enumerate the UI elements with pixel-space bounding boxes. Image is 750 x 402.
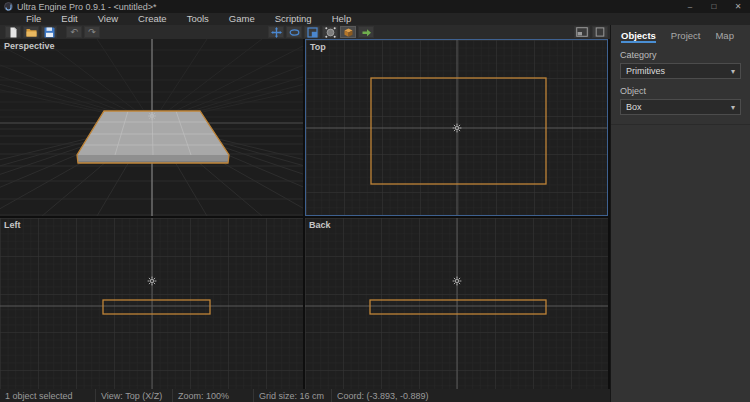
open-folder-icon — [26, 27, 37, 38]
save-icon — [44, 27, 55, 38]
category-label: Category — [620, 50, 741, 60]
chevron-down-icon: ▾ — [731, 67, 735, 76]
menu-tools[interactable]: Tools — [177, 13, 219, 25]
window-title: Ultra Engine Pro 0.9.1 - <untitled>* — [17, 2, 157, 12]
minimize-button[interactable]: – — [678, 0, 702, 13]
toolbar: ↶ ↷ — [0, 25, 610, 39]
viewport-back[interactable]: Back — [305, 218, 608, 389]
undo-button[interactable]: ↶ — [66, 26, 82, 38]
left-canvas[interactable] — [0, 218, 303, 389]
category-dropdown[interactable]: Primitives ▾ — [620, 63, 741, 79]
scale-tool-icon — [307, 27, 318, 38]
maximize-button[interactable]: □ — [702, 0, 726, 13]
open-button[interactable] — [23, 26, 39, 38]
redo-button[interactable]: ↷ — [84, 26, 100, 38]
status-grid-size: Grid size: 16 cm — [253, 389, 331, 402]
viewport-perspective[interactable]: Perspective — [0, 39, 303, 216]
create-box-button[interactable] — [340, 26, 356, 38]
viewport-left[interactable]: Left — [0, 218, 303, 389]
status-coord: Coord: (-3.893, -0.889) — [331, 389, 610, 402]
category-value: Primitives — [626, 66, 665, 76]
new-file-button[interactable] — [5, 26, 21, 38]
menu-file[interactable]: File — [16, 13, 51, 25]
menu-edit[interactable]: Edit — [51, 13, 87, 25]
object-value: Box — [626, 102, 642, 112]
tab-project[interactable]: Project — [671, 30, 701, 43]
viewport-back-label: Back — [309, 220, 331, 230]
split-viewport-icon — [576, 27, 588, 37]
title-bar: Ultra Engine Pro 0.9.1 - <untitled>* – □… — [0, 0, 750, 13]
menu-game[interactable]: Game — [219, 13, 265, 25]
top-canvas[interactable] — [306, 40, 607, 215]
panel-divider — [611, 124, 750, 125]
menu-create[interactable]: Create — [128, 13, 177, 25]
menu-help[interactable]: Help — [322, 13, 362, 25]
create-box-icon — [343, 27, 354, 38]
menu-bar: File Edit View Create Tools Game Scripti… — [0, 13, 750, 25]
single-viewport-button[interactable] — [592, 26, 608, 38]
chevron-down-icon: ▾ — [731, 103, 735, 112]
app-icon — [4, 2, 13, 11]
perspective-canvas[interactable] — [0, 39, 303, 216]
object-dropdown[interactable]: Box ▾ — [620, 99, 741, 115]
scale-tool-button[interactable] — [304, 26, 320, 38]
single-viewport-icon — [594, 27, 606, 37]
back-canvas[interactable] — [305, 218, 608, 389]
status-zoom: Zoom: 100% — [172, 389, 253, 402]
panel-tabs: Objects Project Map — [611, 25, 750, 43]
viewport-perspective-label: Perspective — [4, 41, 55, 51]
viewport-top-label: Top — [310, 42, 326, 52]
viewport-left-label: Left — [4, 220, 21, 230]
menu-scripting[interactable]: Scripting — [265, 13, 322, 25]
redo-icon: ↷ — [88, 28, 96, 37]
close-button[interactable]: ✕ — [726, 0, 750, 13]
sphere-select-icon — [325, 27, 336, 38]
status-selection: 1 object selected — [0, 389, 95, 402]
menu-view[interactable]: View — [88, 13, 128, 25]
move-tool-icon — [271, 27, 282, 38]
move-tool-button[interactable] — [268, 26, 284, 38]
run-game-button[interactable] — [358, 26, 374, 38]
save-button[interactable] — [41, 26, 57, 38]
rotate-tool-icon — [289, 27, 300, 38]
status-bar: 1 object selected View: Top (X/Z) Zoom: … — [0, 389, 610, 402]
status-view: View: Top (X/Z) — [95, 389, 172, 402]
viewport-top[interactable]: Top — [305, 39, 608, 216]
undo-icon: ↶ — [70, 28, 78, 37]
tab-objects[interactable]: Objects — [621, 30, 656, 43]
tab-map[interactable]: Map — [715, 30, 733, 43]
new-file-icon — [8, 27, 19, 38]
rotate-tool-button[interactable] — [286, 26, 302, 38]
run-game-icon — [361, 27, 372, 38]
object-label: Object — [620, 86, 741, 96]
viewport-grid: Perspective — [0, 39, 610, 389]
sphere-select-button[interactable] — [322, 26, 338, 38]
split-viewport-button[interactable] — [574, 26, 590, 38]
side-panel: Objects Project Map Category Primitives … — [610, 25, 750, 402]
